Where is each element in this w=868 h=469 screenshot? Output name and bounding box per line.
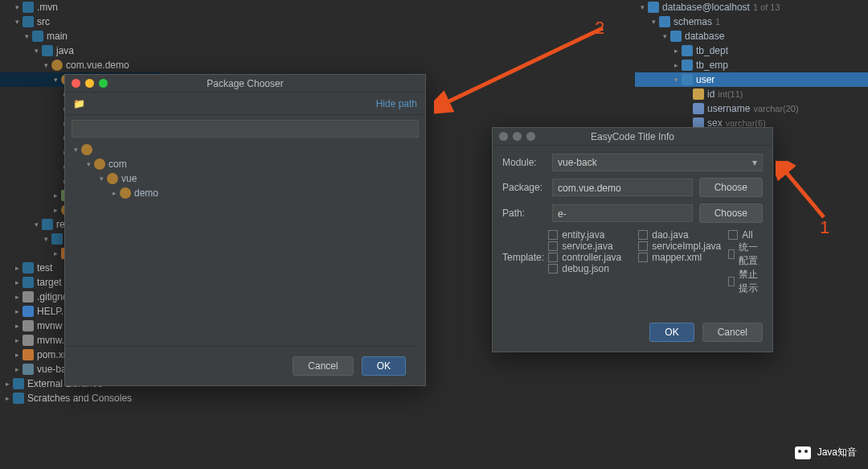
template-checkbox[interactable]: All [728,229,763,241]
tree-item[interactable]: ▾.mvn [0,0,161,14]
tree-item[interactable]: ▾com.vue.demo [0,58,161,72]
package-chooser-dialog: Package Chooser 📁 Hide path ▾▾com▾vue▸de… [64,74,426,386]
template-checkbox[interactable]: entity.java [548,229,638,241]
package-tree-item[interactable]: ▾vue [72,171,419,186]
annotation-arrow-2 [434,20,611,117]
package-label: Package: [502,182,552,193]
easycode-dialog: EasyCode Title Info Module: vue-back Pac… [492,127,773,352]
db-tree-item[interactable]: ▸tb_emp [635,58,868,72]
annotation-label-1: 1 [820,217,829,238]
wechat-icon [795,446,811,459]
template-checkbox[interactable]: mapper.xml [638,252,728,263]
path-input[interactable]: e-back/src/main/java/com/vue/demo [552,204,693,222]
db-tree-item[interactable]: ▾schemas1 [635,14,868,29]
package-tree-item[interactable]: ▾com [72,157,419,171]
tree-item[interactable]: ▾src [0,14,161,29]
dialog-titlebar[interactable]: EasyCode Title Info [493,128,772,146]
dialog-title: Package Chooser [65,78,425,89]
template-checkbox[interactable]: dao.java [638,229,728,241]
template-checkbox[interactable]: 禁止提示 [728,268,763,295]
package-tree-item[interactable]: ▸demo [72,186,419,200]
tree-item[interactable]: ▾main [0,29,161,43]
choose-path-button[interactable]: Choose [699,204,763,223]
db-tree-item[interactable]: ▾database@localhost1 of 13 [635,0,868,14]
ok-button[interactable]: OK [649,323,694,342]
db-tree-item[interactable]: ▾database [635,29,868,43]
watermark: Java知音 [795,446,857,459]
db-tree-item[interactable]: ▸tb_dept [635,43,868,58]
template-checkbox[interactable]: debug.json [548,263,638,274]
cancel-button[interactable]: Cancel [702,323,763,342]
ok-button[interactable]: OK [362,356,406,376]
dialog-title: EasyCode Title Info [493,131,772,142]
new-folder-icon[interactable]: 📁 [73,98,85,109]
db-tree-item[interactable]: idint(11) [635,87,868,101]
db-tree-item[interactable]: ▾user [635,72,868,87]
hide-path-link[interactable]: Hide path [376,98,417,109]
choose-package-button[interactable]: Choose [699,178,763,197]
package-tree-item[interactable]: ▾ [72,142,419,157]
tree-item[interactable]: ▾java [0,43,161,58]
svg-line-0 [442,28,603,105]
template-checkbox[interactable]: 统一配置 [728,241,763,268]
template-checkbox[interactable]: controller.java [548,252,638,263]
path-input[interactable] [72,120,419,138]
template-label: Template: [502,252,548,263]
dialog-titlebar[interactable]: Package Chooser [65,75,425,93]
template-checkbox[interactable]: service.java [548,241,638,252]
path-label: Path: [502,208,552,219]
module-select[interactable]: vue-back [552,154,763,171]
tree-item[interactable]: ▸Scratches and Consoles [0,391,161,405]
svg-line-1 [782,167,824,217]
template-checkbox[interactable]: serviceImpl.java [638,241,728,252]
db-tree-item[interactable]: usernamevarchar(20) [635,101,868,116]
annotation-label-2: 2 [595,18,604,39]
module-label: Module: [502,157,552,168]
cancel-button[interactable]: Cancel [293,356,353,376]
package-input[interactable]: com.vue.demo [552,179,693,196]
package-tree[interactable]: ▾▾com▾vue▸demo [72,142,419,200]
